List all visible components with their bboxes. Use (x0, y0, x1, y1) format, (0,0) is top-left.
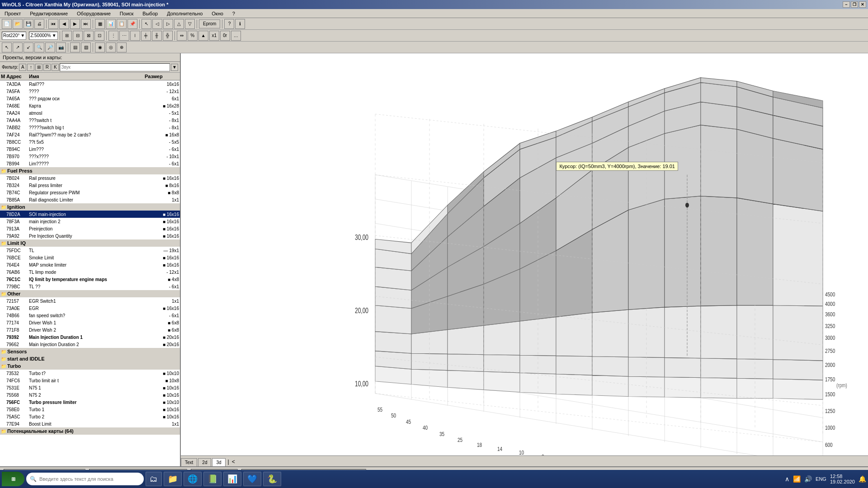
tree-item[interactable]: 79392 Main Injection Duration 1 ■ 20x16 (0, 333, 180, 341)
tree-item[interactable]: 7B994 Lim????? - 6x1 (0, 160, 180, 167)
tree-item[interactable]: 77174 Driver Wish 1 ■ 6x8 (0, 319, 180, 326)
tb-disp6[interactable]: ╬ (163, 31, 173, 41)
tree-item[interactable]: 758E0 Turbo 1 ■ 10x16 (0, 406, 180, 413)
tree-item[interactable]: 📁Потенциальные карты (64) (0, 427, 180, 435)
tree-item[interactable]: 7B324 Rail press limiter ■ 8x16 (0, 182, 180, 189)
tb-prev[interactable]: ◀ (59, 19, 69, 29)
menu-window[interactable]: Окно (209, 10, 226, 17)
tb-copy[interactable]: 📋 (117, 19, 127, 29)
close-button[interactable]: ✕ (859, 1, 866, 8)
menu-select[interactable]: Выбор (140, 10, 160, 17)
tray-notification-icon[interactable]: 🔔 (859, 475, 866, 483)
tb-t4[interactable]: 🔍 (34, 42, 44, 52)
taskbar-app-excel[interactable]: 📊 (223, 472, 241, 486)
tree-item[interactable]: 📁Sensors (0, 348, 180, 355)
tb-paste[interactable]: 📌 (127, 19, 137, 29)
tree-item[interactable]: 756FC Turbo pressure limiter ■ 10x10 (0, 399, 180, 406)
filter-dropdown-btn[interactable]: ▼ (171, 64, 178, 71)
tb-prev-prev[interactable]: ⏮ (48, 19, 58, 29)
tb-percent[interactable]: % (188, 31, 198, 41)
filter-btn1[interactable]: A (19, 64, 26, 71)
tree-item[interactable]: 7A3DA Rail??? 16x16 (0, 80, 180, 88)
tb-dots[interactable]: … (231, 31, 241, 41)
tree-item[interactable]: 7B970 ???x???? - 10x1 (0, 153, 180, 160)
tb-x1[interactable]: x1 (209, 31, 219, 41)
tree-item[interactable]: 78F3A main injection 2 ■ 16x16 (0, 218, 180, 225)
tree-item[interactable]: 7B85A Rail diagnostic Limiter 1x1 (0, 196, 180, 203)
tb-t3[interactable]: ↙ (24, 42, 33, 52)
taskbar-app-python[interactable]: 🐍 (263, 472, 281, 486)
tb-t11[interactable]: ⊕ (117, 42, 127, 52)
eprom-button[interactable]: Eprom (199, 19, 220, 28)
tb-t1[interactable]: ↖ (2, 42, 12, 52)
tree-item[interactable]: 75568 N75 2 ■ 10x16 (0, 391, 180, 399)
tb-view1[interactable]: ⊞ (62, 31, 72, 41)
minimize-button[interactable]: − (843, 1, 850, 8)
tree-item[interactable]: 73A0E EGR ■ 16x16 (0, 305, 180, 312)
tb-save[interactable]: 💾 (24, 19, 33, 29)
tb-table[interactable]: ▦ (95, 19, 105, 29)
tray-up-icon[interactable]: ∧ (785, 475, 789, 483)
menu-extra[interactable]: Дополнительно (164, 10, 205, 17)
tb-t7[interactable]: ▤ (70, 42, 80, 52)
taskbar-app-word[interactable]: 📗 (203, 472, 222, 486)
tb-t5[interactable]: 🔎 (45, 42, 55, 52)
tb-new[interactable]: 📄 (2, 19, 12, 29)
tree-item[interactable]: 7531E N75 1 ■ 10x16 (0, 384, 180, 391)
tree-item[interactable]: 📁Turbo (0, 362, 180, 370)
tree-item[interactable]: 📁Fuel Press (0, 167, 180, 174)
menu-edit[interactable]: Редактирование (27, 10, 71, 17)
tb-up[interactable]: △ (174, 19, 184, 29)
menu-help[interactable]: ? (230, 10, 238, 17)
tree-item[interactable]: 📁Other (0, 290, 180, 297)
tb-disp4[interactable]: ╪ (141, 31, 151, 41)
tree-item[interactable]: 7ABB2 ?????switch big t - 8x1 (0, 124, 180, 131)
tb-dn[interactable]: ▽ (185, 19, 195, 29)
filter-input[interactable] (60, 63, 170, 71)
tree-item[interactable]: 76BCE Smoke Limit ■ 16x16 (0, 254, 180, 261)
tb-disp2[interactable]: ⋯ (119, 31, 129, 41)
tree-item[interactable]: 78D2A SOI main-injection ■ 16x16 (0, 211, 180, 218)
tb-disp3[interactable]: ⁞ (130, 31, 140, 41)
tb-view2[interactable]: ⊟ (73, 31, 83, 41)
tree-item[interactable]: 7B74C Regulator pressure PWM ■ 8x8 (0, 189, 180, 196)
start-button[interactable]: ⊞ (2, 472, 24, 486)
tree-item[interactable]: 74FC6 Turbo limit air t ■ 10x8 (0, 377, 180, 384)
tb-disp1[interactable]: ⋮ (108, 31, 118, 41)
tree-item[interactable]: 7A65A ??? рядом оси 6x1 (0, 95, 180, 102)
rot-dropdown[interactable]: Rot220° ▼ (2, 32, 26, 40)
tree-item[interactable]: 7A68E Карта ■ 16x28 (0, 102, 180, 109)
tb-t6[interactable]: 📷 (56, 42, 66, 52)
taskbar-app-files[interactable]: 🗂 (146, 472, 162, 486)
tree-item[interactable]: 📁Ignition (0, 203, 180, 211)
tb-info[interactable]: ℹ (235, 19, 245, 29)
tree-item[interactable]: 7B94C Lim??? - 6x1 (0, 145, 180, 153)
tree-item[interactable]: 7AF24 Rail??pwm?? may be 2 cards? ■ 16x8 (0, 131, 180, 138)
tab-3d[interactable]: 3d (212, 458, 225, 466)
tb-t9[interactable]: ◉ (95, 42, 105, 52)
tree-item[interactable]: 764E4 MAP smoke limiter ■ 16x16 (0, 261, 180, 268)
tb-print[interactable]: 🖨 (34, 19, 44, 29)
tree-item[interactable]: 7AA4A ???switch t - 8x1 (0, 117, 180, 124)
tree-item[interactable]: 73532 Turbo t? ■ 10x10 (0, 370, 180, 377)
tree-item[interactable]: 771F8 Driver Wish 2 ■ 6x8 (0, 326, 180, 333)
tree-item[interactable]: 72157 EGR Switch1 1x1 (0, 297, 180, 305)
filter-btn3[interactable]: ⊞ (35, 64, 42, 71)
tb-t10[interactable]: ◎ (106, 42, 116, 52)
search-bar[interactable]: 🔍 (26, 473, 144, 485)
tree-item[interactable]: 7A5FA ???? - 12x1 (0, 88, 180, 95)
restore-button[interactable]: ❐ (851, 1, 858, 8)
tb-view3[interactable]: ⊠ (84, 31, 94, 41)
tab-2d[interactable]: 2d (198, 458, 211, 466)
tb-help[interactable]: ? (224, 19, 234, 29)
zoom-dropdown[interactable]: Z:50000% ▼ (29, 32, 58, 40)
tree-item[interactable]: 79662 Main Injection Duration 2 ■ 20x16 (0, 341, 180, 348)
tb-view4[interactable]: ⊡ (94, 31, 104, 41)
tb-rgt[interactable]: ▷ (163, 19, 173, 29)
tree-item[interactable]: 7B024 Rail pressure ■ 16x16 (0, 174, 180, 182)
menu-search[interactable]: Поиск (117, 10, 136, 17)
tb-t8[interactable]: ▧ (81, 42, 91, 52)
tree-item[interactable]: 📁Limit IQ (0, 239, 180, 247)
tb-next[interactable]: ▶ (70, 19, 80, 29)
tree-item[interactable]: 76C1C IQ limit by temperature engine map… (0, 276, 180, 283)
